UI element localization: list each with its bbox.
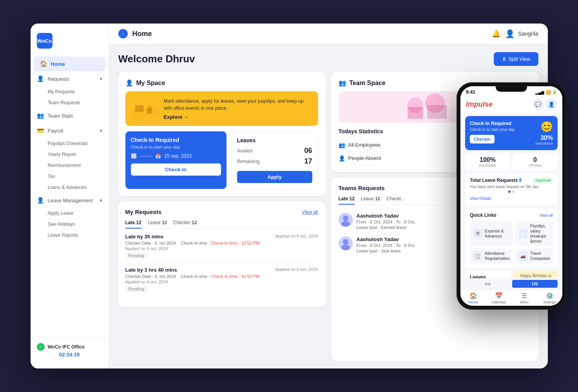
phone-chat-icon[interactable]: 💬 xyxy=(533,99,544,110)
sidebar-item-requests[interactable]: 👤 Requests ▾ xyxy=(31,71,109,86)
phone-profile-icon[interactable]: 👤 xyxy=(546,99,557,110)
ql-item-payslips[interactable]: 📄 Payslips, salary breakups &more xyxy=(515,221,553,246)
phone-tab-home[interactable]: 🏠 Home xyxy=(460,292,486,304)
signal-icon: ▂▄▆ xyxy=(535,90,544,94)
checkin-sub-text: Check-In to start your day xyxy=(131,145,221,149)
battery-icon: 🔋 xyxy=(552,90,557,94)
sidebar-item-yearly-report[interactable]: Yearly Report xyxy=(31,149,109,160)
home-icon: 🏠 xyxy=(40,60,47,67)
sidebar-item-tax[interactable]: Tax xyxy=(31,171,109,182)
person2-name: Aashutosh Yadav xyxy=(357,236,416,242)
view-all-requests-link[interactable]: View all xyxy=(302,209,318,215)
sidebar-item-team-stats[interactable]: 👥 Team Stats xyxy=(31,108,109,123)
sidebar-collapse-button[interactable]: ‹ xyxy=(118,29,128,38)
menu-tab-label: Menu xyxy=(520,300,529,304)
leaves-card: Leaves Availed 06 Remaining 17 xyxy=(231,131,318,189)
phone-tab-menu[interactable]: ☰ Menu xyxy=(511,292,537,304)
sidebar-item-home[interactable]: 🏠 Home xyxy=(34,56,105,71)
tab-late-label: Late xyxy=(125,220,135,225)
request1-header: Late by 35 mins Applied on 6 oct, 2024 xyxy=(125,234,318,240)
svg-point-14 xyxy=(341,221,350,227)
sidebar-item-apply-leave[interactable]: Apply Leave xyxy=(31,208,109,219)
punctuality-value: 100% xyxy=(468,156,507,163)
checkin-button[interactable]: Check-in xyxy=(131,163,221,176)
svg-rect-2 xyxy=(135,105,143,112)
tab-leave[interactable]: Leave 12 xyxy=(148,220,167,229)
ql-item-expense[interactable]: ⏱ Expense & Advances xyxy=(470,221,513,246)
phone-checkin-button[interactable]: Checkin xyxy=(470,135,495,143)
ql-payslips-label: Payslips, salary breakups &more xyxy=(530,223,550,244)
birthday-card: Happy Birthday to 🎂 Shruti Ahlawat +2 mo… xyxy=(514,270,558,278)
sidebar-item-team-requests[interactable]: Team Requests xyxy=(31,97,109,108)
sidebar-item-payslips[interactable]: Payslips Download xyxy=(31,138,109,149)
my-space-header: 👤 My Space xyxy=(125,79,318,87)
phone-notch: 9:41 ▂▄▆ 🛜 🔋 Impulse 💬 👤 xyxy=(460,86,562,113)
tab-checkin-label: Checkin xyxy=(173,220,190,225)
request1-applied: Applied on 6 oct, 2024 xyxy=(275,234,318,238)
explore-link[interactable]: Explore → xyxy=(164,114,312,120)
expense-icon: ⏱ xyxy=(473,229,482,238)
svg-point-16 xyxy=(343,239,348,245)
team-space-title: Team Space xyxy=(350,80,386,87)
requests-icon: 👤 xyxy=(37,75,44,82)
split-view-button[interactable]: ⏸ Split View xyxy=(494,52,538,66)
sidebar-item-see-holidays[interactable]: See Holidays xyxy=(31,219,109,230)
view-all-quick-links[interactable]: View all xyxy=(540,213,553,218)
sidebar-item-loans[interactable]: Loans & Advances xyxy=(31,182,109,193)
payroll-arrow-icon: ▾ xyxy=(100,128,102,133)
office-status-dot: ✓ xyxy=(37,343,45,351)
view-details-link[interactable]: View Details xyxy=(470,196,491,201)
person1-details: Aashutosh Yadav From : 6 Oct, 2024 To : … xyxy=(357,213,416,230)
request2-header: Late by 3 hrs 40 mins Applied on 6 oct, … xyxy=(125,267,318,273)
phone-tab-calendar[interactable]: 📅 Calendar xyxy=(486,292,511,304)
people-absent-icon: 👤 xyxy=(339,155,345,162)
sidebar-logo: WoCo xyxy=(31,30,109,56)
tr-tab-late[interactable]: Late 12 xyxy=(339,196,355,205)
home-tab-icon: 🏠 xyxy=(469,292,477,299)
tr-tab-leave[interactable]: Leave 12 xyxy=(361,196,380,205)
sidebar-item-leave-management[interactable]: 👤 Leave Management ▾ xyxy=(31,193,109,208)
sidebar-requests-label: Requests xyxy=(48,76,69,82)
tab-checkin[interactable]: Checkin 12 xyxy=(173,220,197,229)
phone-tab-settings[interactable]: ⚙️ Settings xyxy=(537,292,562,304)
phone-stats-row: 100% Punctuality 0 Off-sites xyxy=(465,153,558,171)
requests-arrow-icon: ▾ xyxy=(100,76,102,82)
request2-title: Late by 3 hrs 40 mins xyxy=(125,267,177,273)
remaining-label: Remaining xyxy=(237,159,259,164)
sidebar-item-payroll[interactable]: 💳 Payroll ▾ xyxy=(31,123,109,138)
requests-header: My Requests View all xyxy=(125,209,318,215)
ql-item-travel[interactable]: 🚗 Travel Companion xyxy=(515,249,553,263)
request2-applied: Applied on 6 oct, 2024 xyxy=(275,267,318,272)
us-button[interactable]: US xyxy=(512,280,558,288)
phone-screen: 9:41 ▂▄▆ 🛜 🔋 Impulse 💬 👤 xyxy=(460,86,562,306)
attendance-label: Attendance xyxy=(535,142,553,145)
phone-container: 9:41 ▂▄▆ 🛜 🔋 Impulse 💬 👤 xyxy=(457,82,566,310)
tab-leave-count: 12 xyxy=(162,220,167,225)
request2-details: Checkin Date : 6, oct 2024 Check-In time… xyxy=(125,274,318,279)
sidebar-item-reimbursement[interactable]: Reimbursement xyxy=(31,160,109,171)
tab-late[interactable]: Late 12 xyxy=(125,220,141,229)
phone-leave-info: You have sent leave request on 5th Jan xyxy=(470,185,553,189)
left-column: 👤 My Space xyxy=(118,72,325,361)
phone-quick-links: Quick Links View all ⏱ Expense & Advance… xyxy=(465,209,558,267)
offsites-stat: 0 Off-sites xyxy=(513,153,558,171)
logo-box: WoCo xyxy=(37,33,53,49)
dot-2 xyxy=(512,191,515,193)
leaves-remaining-row: Remaining 17 xyxy=(237,157,312,165)
sidebar-item-my-requests[interactable]: My Requests xyxy=(31,86,109,97)
phone-leaves-title: Leaves xyxy=(470,274,506,278)
phone-checkin-title: Check-In Required xyxy=(470,121,531,126)
apply-leave-button[interactable]: Apply xyxy=(237,171,312,183)
quick-links-grid: ⏱ Expense & Advances 📄 Payslips, salary … xyxy=(470,221,553,263)
phone-checkin-right: 😊 30% Attendance xyxy=(535,121,553,145)
sidebar-item-leave-reports[interactable]: Leave Reports xyxy=(31,230,109,241)
request2-checkin-time: Check-In time : 10:52 PM xyxy=(211,274,259,279)
ql-item-attendance[interactable]: 📋 Attendance Regularisation xyxy=(470,249,513,263)
my-requests-card: My Requests View all Late 12 Leave xyxy=(118,201,325,307)
tr-tab-checkin[interactable]: Checki... xyxy=(386,196,405,205)
notification-bell-icon[interactable]: 🔔 xyxy=(492,29,500,38)
me-button[interactable]: me xyxy=(465,280,511,288)
request1-checkin-time: Check-In time : 10:52 PM xyxy=(211,241,259,245)
user-info[interactable]: 👤 Sangrila xyxy=(505,29,538,38)
requests-title: My Requests xyxy=(125,209,162,215)
